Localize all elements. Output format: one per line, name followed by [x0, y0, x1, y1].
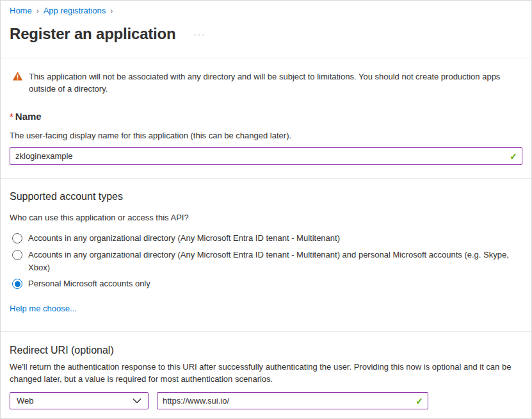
radio-option-label: Accounts in any organizational directory…	[28, 232, 340, 245]
platform-select[interactable]: Web	[10, 392, 149, 409]
radio-unselected-icon[interactable]	[12, 250, 22, 260]
help-me-choose-link[interactable]: Help me choose...	[10, 303, 77, 315]
breadcrumb-separator-icon: ›	[36, 6, 39, 16]
breadcrumb-link-app-registrations[interactable]: App registrations	[44, 6, 106, 16]
name-input-wrap: ✓	[10, 147, 522, 165]
radio-option-label: Personal Microsoft accounts only	[28, 277, 150, 290]
redirect-uri-input[interactable]	[157, 392, 428, 409]
redirect-uri-controls: Web ✓	[10, 392, 522, 409]
page-header: Register an application ···	[10, 24, 522, 44]
uri-input-wrap: ✓	[157, 392, 428, 409]
radio-option-org-directory[interactable]: Accounts in any organizational directory…	[10, 232, 522, 245]
more-options-button[interactable]: ···	[193, 29, 206, 39]
redirect-uri-description: We'll return the authentication response…	[10, 361, 522, 385]
radio-unselected-icon[interactable]	[12, 233, 22, 243]
section-divider	[1, 178, 531, 179]
account-types-question: Who can use this application or access t…	[10, 212, 522, 224]
warning-icon	[12, 71, 23, 84]
name-input[interactable]	[10, 147, 522, 165]
redirect-uri-heading: Redirect URI (optional)	[10, 343, 522, 357]
page-title: Register an application	[10, 24, 175, 44]
name-description: The user-facing display name for this ap…	[10, 130, 522, 142]
breadcrumb-separator-icon: ›	[110, 6, 113, 16]
radio-option-org-directory-and-personal[interactable]: Accounts in any organizational directory…	[10, 249, 522, 274]
radio-selected-icon[interactable]	[12, 279, 22, 289]
supported-account-types-heading: Supported account types	[10, 190, 522, 204]
header-divider	[1, 58, 531, 58]
breadcrumb-link-home[interactable]: Home	[10, 6, 32, 16]
chevron-down-icon	[133, 396, 141, 406]
warning-banner: This application will not be associated …	[10, 70, 522, 95]
required-asterisk: *	[10, 111, 13, 122]
warning-text: This application will not be associated …	[29, 70, 520, 95]
radio-option-personal-accounts-only[interactable]: Personal Microsoft accounts only	[10, 277, 522, 290]
register-application-page: Home › App registrations › Register an a…	[0, 0, 532, 419]
name-label: *Name	[10, 110, 522, 123]
section-divider	[1, 331, 531, 332]
radio-option-label: Accounts in any organizational directory…	[28, 249, 510, 274]
platform-select-value: Web	[17, 396, 34, 406]
breadcrumb: Home › App registrations ›	[10, 1, 522, 16]
